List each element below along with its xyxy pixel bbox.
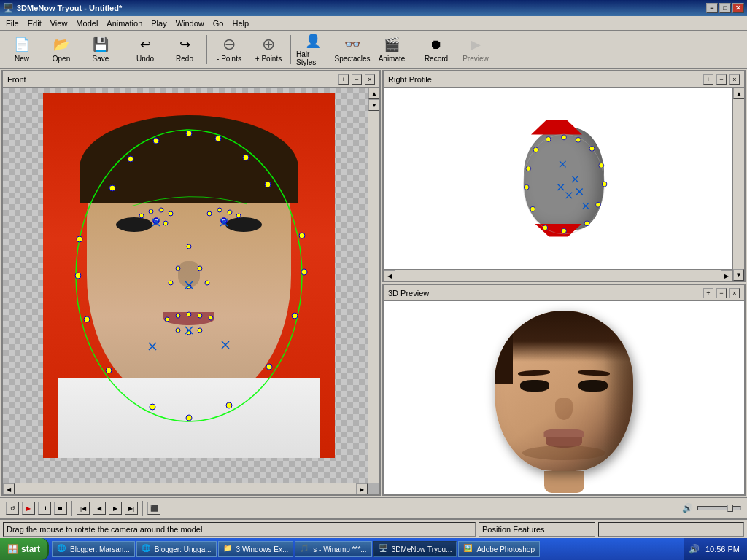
front-panel: Front + − × bbox=[1, 70, 381, 496]
minimize-button[interactable]: − bbox=[706, 3, 718, 13]
taskbar-3dmenow[interactable]: 🖥️ 3DMeNow Tryou... bbox=[374, 541, 457, 557]
keyframe-button[interactable]: ⬛ bbox=[147, 502, 160, 515]
front-panel-controls: + − × bbox=[338, 74, 375, 85]
scroll-up-arrow[interactable]: ▲ bbox=[368, 88, 379, 99]
profile-close[interactable]: × bbox=[729, 74, 740, 85]
preview-icon: ▶ bbox=[467, 36, 484, 53]
taskbar-blogger1-label: Blogger: Marsan... bbox=[70, 545, 130, 553]
minus-points-button[interactable]: ⊖ - Points bbox=[210, 33, 248, 66]
step-fwd-button[interactable]: ▶ bbox=[109, 502, 122, 515]
status-bar: Drag the mouse to rotate the camera arou… bbox=[0, 519, 747, 538]
open-icon: 📂 bbox=[53, 36, 70, 53]
close-button[interactable]: ✕ bbox=[732, 3, 744, 13]
plus-points-label: + Points bbox=[255, 55, 282, 63]
menu-edit[interactable]: Edit bbox=[23, 18, 46, 29]
start-button[interactable]: 🪟 start bbox=[0, 538, 49, 560]
first-frame-button[interactable]: |◀ bbox=[77, 502, 90, 515]
menu-view[interactable]: View bbox=[46, 18, 72, 29]
menu-help[interactable]: Help bbox=[228, 18, 253, 29]
right-profile-header: Right Profile + − × bbox=[384, 71, 744, 88]
redo-button[interactable]: ↪ Redo bbox=[166, 33, 204, 66]
taskbar-photoshop[interactable]: 🖼️ Adobe Photoshop bbox=[458, 541, 540, 557]
title-bar-left: 🖥️ 3DMeNow Tryout - Untitled* bbox=[3, 3, 122, 13]
maximize-button[interactable]: □ bbox=[719, 3, 731, 13]
front-close[interactable]: × bbox=[365, 74, 375, 85]
taskbar-blogger1[interactable]: 🌐 Blogger: Marsan... bbox=[52, 541, 135, 557]
preview3d-close[interactable]: × bbox=[729, 288, 740, 298]
start-icon: 🪟 bbox=[7, 544, 18, 554]
profile-scrollbar-h[interactable]: ◀ ▶ bbox=[384, 269, 732, 281]
front-scrollbar-v[interactable]: ▲ ▼ bbox=[368, 88, 379, 483]
blogger2-icon: 🌐 bbox=[142, 544, 152, 554]
taskbar-winamp[interactable]: 🎵 s - Winamp ***... bbox=[295, 541, 371, 557]
menu-window[interactable]: Window bbox=[171, 18, 209, 29]
profile-zoom-out[interactable]: − bbox=[716, 74, 727, 85]
new-button[interactable]: 📄 New bbox=[3, 33, 41, 66]
volume-thumb[interactable] bbox=[727, 505, 733, 512]
toolbar-sep-1 bbox=[123, 35, 123, 64]
svg-point-10 bbox=[75, 273, 81, 279]
preview3d-zoom-in[interactable]: + bbox=[703, 288, 713, 298]
menu-play[interactable]: Play bbox=[147, 18, 171, 29]
preview-3d-view-area[interactable] bbox=[384, 301, 744, 494]
profile-scrollbar[interactable]: ▲ ▼ bbox=[732, 88, 744, 281]
preview3d-zoom-out[interactable]: − bbox=[716, 288, 727, 298]
undo-button[interactable]: ↩ Undo bbox=[126, 33, 164, 66]
preview-3d-panel: 3D Preview + − × bbox=[382, 284, 746, 496]
last-frame-button[interactable]: ▶| bbox=[125, 502, 138, 515]
scroll-right-arrow[interactable]: ▶ bbox=[356, 483, 368, 494]
profile-zoom-in[interactable]: + bbox=[703, 74, 713, 85]
status-message: Drag the mouse to rotate the camera arou… bbox=[3, 522, 476, 537]
taskbar-winexp-label: 3 Windows Ex... bbox=[236, 545, 289, 553]
stop-button[interactable]: ⏹ bbox=[54, 502, 67, 515]
front-zoom-out[interactable]: − bbox=[352, 74, 362, 85]
plus-points-button[interactable]: ⊕ + Points bbox=[249, 33, 287, 66]
scroll-down-arrow[interactable]: ▼ bbox=[368, 99, 379, 111]
open-button[interactable]: 📂 Open bbox=[42, 33, 80, 66]
profile-scroll-up[interactable]: ▲ bbox=[733, 88, 744, 99]
front-zoom-in[interactable]: + bbox=[338, 74, 349, 85]
scroll-left-arrow[interactable]: ◀ bbox=[3, 483, 15, 494]
spectacles-label: Spectacles bbox=[335, 55, 371, 63]
step-back-button[interactable]: ◀ bbox=[93, 502, 106, 515]
volume-slider[interactable] bbox=[697, 506, 741, 510]
blogger1-icon: 🌐 bbox=[57, 544, 67, 554]
front-panel-title: Front bbox=[7, 75, 26, 84]
anim-sep-2 bbox=[142, 501, 143, 516]
svg-point-11 bbox=[301, 269, 307, 275]
front-panel-header: Front + − × bbox=[3, 71, 379, 88]
profile-scroll-left[interactable]: ◀ bbox=[384, 270, 395, 281]
taskbar-blogger2[interactable]: 🌐 Blogger: Ungga... bbox=[136, 541, 217, 557]
toolbar-sep-3 bbox=[290, 35, 291, 64]
app-content: Front + − × bbox=[0, 69, 747, 538]
pause-button[interactable]: ⏸ bbox=[38, 502, 51, 515]
loop-button[interactable]: ↺ bbox=[6, 502, 19, 515]
svg-point-13 bbox=[292, 313, 298, 319]
front-scrollbar-h[interactable]: ◀ ▶ bbox=[3, 483, 368, 494]
toolbar-sep-4 bbox=[414, 35, 414, 64]
menu-model[interactable]: Model bbox=[71, 18, 102, 29]
undo-icon: ↩ bbox=[136, 36, 154, 53]
animate-icon: 🎬 bbox=[383, 36, 400, 53]
taskbar-winexp[interactable]: 📁 3 Windows Ex... bbox=[218, 541, 294, 557]
animate-button[interactable]: 🎬 Animate bbox=[373, 33, 411, 66]
anim-sep-1 bbox=[71, 501, 72, 516]
svg-point-69 bbox=[596, 202, 601, 207]
spectacles-button[interactable]: 👓 Spectacles bbox=[333, 33, 371, 66]
svg-point-12 bbox=[84, 316, 90, 322]
menu-file[interactable]: File bbox=[1, 18, 23, 29]
hair-styles-button[interactable]: 👤 Hair Styles bbox=[294, 33, 332, 66]
menu-animation[interactable]: Animation bbox=[102, 18, 147, 29]
svg-point-71 bbox=[584, 221, 589, 226]
profile-view-area[interactable]: ▲ ▼ ◀ ▶ bbox=[384, 88, 744, 281]
menu-go[interactable]: Go bbox=[209, 18, 228, 29]
undo-label: Undo bbox=[136, 55, 154, 63]
save-button[interactable]: 💾 Save bbox=[82, 33, 120, 66]
record-button[interactable]: ⏺ Record bbox=[417, 33, 455, 66]
front-view-area[interactable]: ▲ ▼ ◀ ▶ bbox=[3, 88, 379, 494]
play-button[interactable]: ▶ bbox=[22, 502, 35, 515]
profile-scroll-down[interactable]: ▼ bbox=[733, 269, 744, 281]
svg-point-9 bbox=[299, 233, 305, 238]
preview-3d-title: 3D Preview bbox=[388, 289, 429, 298]
profile-scroll-right[interactable]: ▶ bbox=[721, 270, 732, 281]
